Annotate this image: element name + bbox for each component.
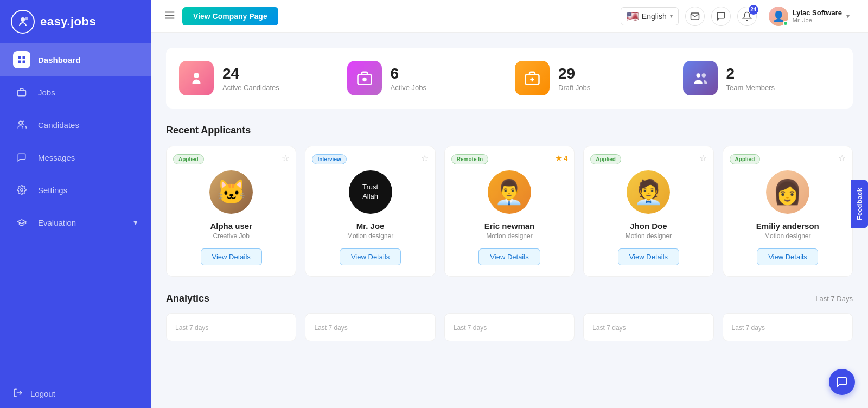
main-content: View Company Page 🇺🇸 English ▾ 24 👤 [151,0,868,408]
sidebar-item-label: Jobs [38,88,55,97]
feedback-tab[interactable]: Feedback [851,180,868,228]
star-count: 4 [564,155,568,162]
user-company-name: Lylac Software [793,9,842,17]
stat-info: 2 Team Members [726,65,775,92]
applicant-card-mr-joe: Interview ☆ TrustAllah Mr. Joe Motion de… [305,146,435,277]
logout-button[interactable]: Logout [0,379,151,408]
analytics-chart-5: Last 7 days [723,313,853,341]
sidebar-item-label: Settings [38,186,67,195]
recent-applicants-title: Recent Applicants [166,125,853,136]
stat-draft-jobs: 29 Draft Jobs [515,61,672,95]
sidebar-item-jobs[interactable]: Jobs [0,76,151,109]
applicant-card-jhon-doe: Applied ☆ 🧑‍💼 Jhon Doe Motion designer V… [583,146,713,277]
status-badge: Applied [730,154,761,164]
chat-fab-button[interactable] [829,369,855,395]
applicant-card-eric-newman: Remote In ★ 4 👨‍💼 Eric newman Motion des… [444,146,575,277]
hamburger-menu[interactable] [164,9,176,23]
logout-icon [13,388,23,399]
stat-number: 24 [222,65,279,82]
logo-icon [11,10,35,34]
svg-point-7 [19,121,22,124]
draft-jobs-icon [515,61,550,95]
user-online-status [783,21,788,26]
status-badge: Applied [173,154,204,164]
applicant-name: Mr. Joe [356,221,385,231]
svg-rect-6 [18,90,26,96]
active-candidates-icon [179,61,214,95]
chevron-down-icon: ▾ [133,218,138,227]
analytics-chart-1: Last 7 days [166,313,296,341]
svg-point-15 [363,78,366,81]
view-details-button[interactable]: View Details [340,248,401,265]
user-profile-area[interactable]: 👤 Lylac Software Mr. Joe ▾ [763,4,855,28]
sidebar-item-settings[interactable]: Settings [0,174,151,206]
chart-label: Last 7 days [314,324,347,331]
sidebar-item-messages[interactable]: Messages [0,141,151,174]
applicant-avatar: 🧑‍💼 [627,170,670,214]
sidebar-item-evaluation[interactable]: Evaluation ▾ [0,206,151,239]
language-label: English [642,12,667,21]
star-button[interactable]: ☆ [699,153,707,163]
applicants-row: Applied ☆ 🐱 Alpha user Creative Job View… [166,146,853,277]
notification-count: 24 [749,5,758,15]
star-button[interactable]: ☆ [421,153,429,163]
applicant-role: Creative Job [213,232,250,240]
applicant-name: Jhon Doe [630,221,667,231]
stat-label: Active Jobs [391,84,426,92]
language-selector[interactable]: 🇺🇸 English ▾ [621,7,679,25]
applicant-avatar: TrustAllah [349,170,392,214]
sidebar-item-candidates[interactable]: Candidates [0,109,151,141]
svg-rect-5 [23,61,25,63]
candidates-icon [13,116,30,133]
sidebar-item-dashboard[interactable]: Dashboard [0,43,151,76]
analytics-chart-3: Last 7 days [444,313,575,341]
view-company-button[interactable]: View Company Page [182,7,278,25]
dashboard-icon [13,51,30,68]
settings-icon [13,181,30,199]
user-name: Mr. Joe [793,17,842,23]
applicant-role: Motion designer [347,232,393,240]
view-details-button[interactable]: View Details [201,248,262,265]
sidebar-item-label: Messages [38,153,75,162]
applicant-avatar: 🐱 [209,170,253,214]
star-button[interactable]: ☆ [282,153,289,163]
analytics-chart-2: Last 7 days [305,313,435,341]
status-badge: Interview [312,154,346,164]
view-details-button[interactable]: View Details [757,248,818,265]
status-badge: Applied [590,154,621,164]
applicant-card-alpha-user: Applied ☆ 🐱 Alpha user Creative Job View… [166,146,296,277]
stat-active-candidates: 24 Active Candidates [179,61,336,95]
applicant-avatar: 👩 [766,170,809,214]
view-details-button[interactable]: View Details [618,248,679,265]
chart-label: Last 7 days [732,324,765,331]
notification-button[interactable]: 24 [737,7,757,26]
stat-info: 6 Active Jobs [391,65,426,92]
sidebar-item-label: Candidates [38,120,79,130]
brand-name: easy.jobs [40,15,96,29]
user-info: Lylac Software Mr. Joe [793,9,842,23]
stat-info: 24 Active Candidates [222,65,279,92]
svg-point-13 [194,73,199,78]
stat-team-members: 2 Team Members [683,61,840,95]
applicant-name: Emiliy anderson [756,221,819,231]
chat-button[interactable] [711,7,731,26]
svg-point-19 [696,73,700,78]
analytics-charts: Last 7 days Last 7 days Last 7 days Last… [166,313,853,341]
applicant-name: Alpha user [210,221,252,231]
analytics-period: Last 7 Days [815,295,853,303]
view-details-button[interactable]: View Details [478,248,540,265]
svg-point-0 [21,17,25,22]
svg-rect-3 [23,56,25,59]
header: View Company Page 🇺🇸 English ▾ 24 👤 [151,0,868,33]
analytics-header: Analytics Last 7 Days [166,293,853,304]
sidebar-item-label: Evaluation [38,218,76,227]
star-button[interactable]: ☆ [838,153,846,163]
chart-label: Last 7 days [454,324,487,331]
svg-point-20 [701,73,706,78]
email-button[interactable] [685,7,705,26]
stat-label: Draft Jobs [558,84,590,92]
stat-active-jobs: 6 Active Jobs [347,61,505,95]
page-content: 24 Active Candidates 6 Active Jobs 29 [151,33,868,408]
analytics-title: Analytics [166,293,209,304]
lang-chevron-icon: ▾ [670,13,673,19]
